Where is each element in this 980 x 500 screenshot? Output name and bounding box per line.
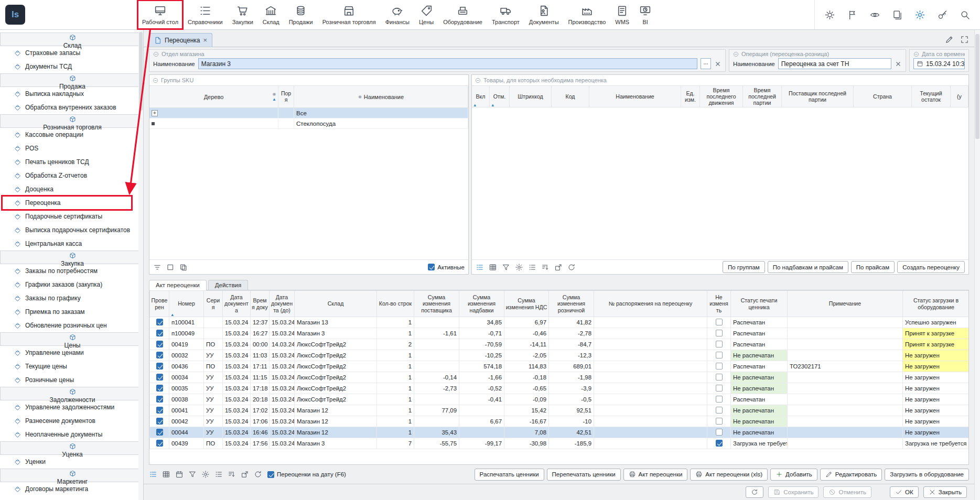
- search-icon[interactable]: [960, 9, 971, 20]
- numbered-list-icon[interactable]: [214, 470, 223, 479]
- row-checkbox[interactable]: [716, 341, 723, 347]
- settings-icon[interactable]: [201, 470, 210, 479]
- tree-expand-icon[interactable]: +: [152, 110, 158, 116]
- toolbar-item-equipment[interactable]: Оборудование: [438, 0, 487, 29]
- row-checkbox[interactable]: [156, 429, 163, 436]
- refresh-button[interactable]: [746, 486, 763, 498]
- notes-icon[interactable]: [892, 9, 903, 20]
- pencil-icon[interactable]: [945, 35, 954, 44]
- acts-row[interactable]: п10004915.03.2416:2715.03.24Магазин 31-1…: [150, 328, 970, 339]
- acts-column-header[interactable]: Примечание: [788, 291, 903, 317]
- goods-column-header[interactable]: Штрихкод: [510, 86, 552, 107]
- collapse-icon[interactable]: [153, 78, 158, 83]
- sidebar-item[interactable]: Обработка внутренних заказов: [0, 101, 143, 114]
- revaluations-on-date-checkbox[interactable]: Переоценки на дату (F6): [267, 471, 346, 478]
- toolbar-item-warehouse[interactable]: Склад: [258, 0, 284, 29]
- goods-column-header[interactable]: Поставщик последней партии: [782, 86, 854, 107]
- toolbar-item-transport[interactable]: Транспорт: [487, 0, 524, 29]
- acts-column-header[interactable]: Сумма изменения надбавки: [459, 291, 504, 317]
- main-scrollbar[interactable]: [974, 30, 980, 500]
- column-header-tree[interactable]: Дерево◉▲: [149, 86, 278, 107]
- row-checkbox[interactable]: [716, 396, 723, 403]
- toolbar-item-documents[interactable]: Документы: [524, 0, 564, 29]
- row-checkbox[interactable]: [156, 385, 163, 392]
- export-icon[interactable]: [241, 470, 249, 479]
- sidebar-group[interactable]: Склад: [0, 32, 143, 46]
- collapse-icon[interactable]: [913, 51, 919, 57]
- goods-column-header[interactable]: Страна: [854, 86, 912, 107]
- toolbar-item-production[interactable]: Производство: [564, 0, 611, 29]
- sidebar-item[interactable]: Управление задолженностями: [0, 400, 143, 414]
- row-checkbox[interactable]: [716, 440, 723, 447]
- goods-column-header[interactable]: Текущий остаток: [912, 86, 951, 107]
- row-checkbox[interactable]: [156, 352, 163, 358]
- goods-column-header[interactable]: (у: [951, 86, 968, 107]
- sidebar-item[interactable]: Договоры маркетинга: [0, 482, 143, 496]
- toolbar-item-finance[interactable]: Финансы: [381, 0, 414, 29]
- sku-row[interactable]: +Все: [149, 108, 468, 118]
- sidebar-item[interactable]: Кассовые операции: [0, 128, 143, 142]
- ok-button[interactable]: ОК: [890, 486, 919, 498]
- expand-icon[interactable]: [960, 35, 969, 44]
- goods-column-header[interactable]: ▲Отм.: [490, 86, 510, 107]
- row-checkbox[interactable]: [716, 374, 723, 381]
- sidebar-item[interactable]: Документы ТСД: [0, 60, 143, 73]
- square-icon[interactable]: [166, 263, 175, 271]
- acts-column-header[interactable]: Склад: [295, 291, 377, 317]
- collapse-icon[interactable]: [153, 51, 159, 57]
- by-prices-button[interactable]: По прайсам: [851, 261, 895, 273]
- acts-column-header[interactable]: Дата документа: [223, 291, 251, 317]
- sidebar-item[interactable]: Графики заказов (закупка): [0, 278, 143, 291]
- acts-row[interactable]: 00034УУ15.03.2411:1515.03.24ЛюксСофтТрей…: [150, 372, 970, 383]
- column-header-order[interactable]: Поря: [278, 86, 294, 107]
- flag-icon[interactable]: [847, 9, 858, 20]
- sidebar-item[interactable]: Выписка подарочных сертификатов: [0, 223, 143, 237]
- active-checkbox[interactable]: Активные: [428, 264, 465, 270]
- sort-desc-icon[interactable]: [541, 263, 550, 271]
- sort-desc-icon[interactable]: [228, 470, 236, 479]
- sidebar-group[interactable]: Уценка: [0, 441, 143, 455]
- gear-icon[interactable]: [914, 9, 925, 20]
- sidebar-item[interactable]: POS: [0, 142, 143, 155]
- acts-row[interactable]: 00044УУ15.03.2416:4615.03.24Магазин 1213…: [150, 427, 970, 438]
- acts-row[interactable]: 00038УУ15.03.2420:1815.03.24ЛюксСофтТрей…: [150, 394, 970, 405]
- acts-column-header[interactable]: Дата документа (до): [270, 291, 295, 317]
- calendar-icon[interactable]: [917, 60, 923, 67]
- refresh-icon[interactable]: [567, 263, 576, 271]
- sidebar-item[interactable]: Подарочные сертификаты: [0, 210, 143, 223]
- sidebar-item[interactable]: Дооценка: [0, 182, 143, 196]
- collapse-icon[interactable]: [475, 78, 481, 83]
- row-checkbox[interactable]: [716, 407, 723, 414]
- acts-column-header[interactable]: Статус печати ценника: [731, 291, 788, 317]
- by-markups-and-prices-button[interactable]: По надбавкам и прайсам: [768, 261, 848, 273]
- sidebar-item[interactable]: Приемка по заказам: [0, 305, 143, 319]
- row-checkbox[interactable]: [716, 319, 723, 325]
- acts-column-header[interactable]: Сумма изменения НДС: [504, 291, 549, 317]
- copy-icon[interactable]: [179, 263, 188, 271]
- acts-row[interactable]: 00035УУ15.03.2417:1815.03.24ЛюксСофтТрей…: [150, 383, 970, 394]
- key-icon[interactable]: [937, 9, 948, 20]
- acts-column-header[interactable]: Сумма изменения поставщика: [414, 291, 459, 317]
- tab-close-icon[interactable]: ×: [203, 37, 208, 44]
- operation-name-input[interactable]: Переоценка за счет ТН: [778, 58, 891, 69]
- sidebar-item[interactable]: Страховые запасы: [0, 46, 143, 60]
- sort-icon[interactable]: ◉: [358, 94, 362, 100]
- refresh-icon[interactable]: [254, 470, 262, 479]
- row-checkbox[interactable]: [156, 363, 163, 369]
- print-labels-button[interactable]: Распечатать ценники: [475, 469, 544, 481]
- toolbar-item-sales[interactable]: Продажи: [284, 0, 318, 29]
- acts-row[interactable]: 00032УУ15.03.2411:0315.03.24ЛюксСофтТрей…: [150, 350, 970, 361]
- goods-column-header[interactable]: Время последнего движения: [700, 86, 743, 107]
- add-button[interactable]: Добавить: [770, 469, 817, 481]
- brightness-icon[interactable]: [824, 9, 835, 20]
- acts-column-header[interactable]: Проверен: [150, 291, 169, 317]
- goods-column-header[interactable]: Время последней партии: [743, 86, 782, 107]
- row-checkbox[interactable]: [156, 374, 163, 381]
- cancel-button[interactable]: Отменить: [823, 486, 871, 498]
- sidebar-item-revaluation[interactable]: Переоценка: [0, 196, 143, 210]
- close-button[interactable]: Закрыть: [923, 486, 967, 498]
- sidebar-item[interactable]: Обработка Z-отчетов: [0, 169, 143, 182]
- acts-row[interactable]: 00436ПО15.03.2417:1115.03.24ЛюксСофтТрей…: [150, 361, 970, 372]
- row-checkbox[interactable]: [716, 330, 723, 336]
- sidebar-item[interactable]: Заказы по потребностям: [0, 264, 143, 278]
